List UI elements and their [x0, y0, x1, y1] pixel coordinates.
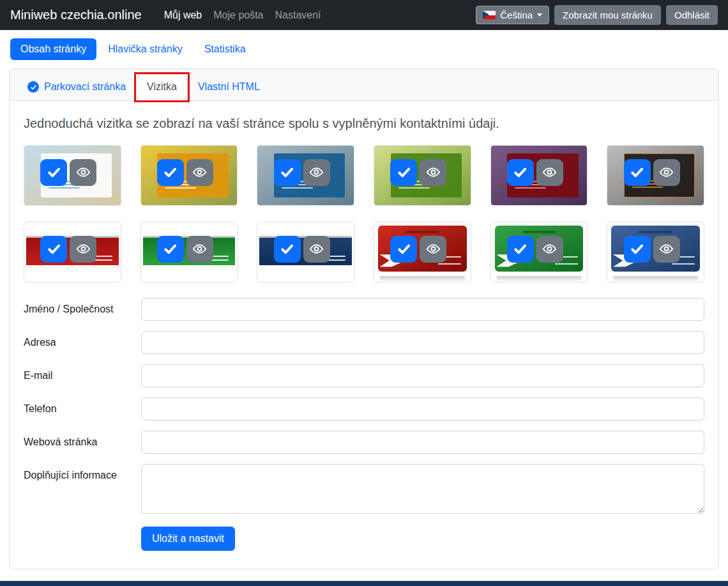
brand[interactable]: Miniweb czechia.online: [10, 8, 142, 22]
check-icon: [163, 242, 177, 256]
additional-info-label: Doplňující informace: [24, 464, 141, 481]
language-dropdown[interactable]: Čeština: [476, 6, 549, 24]
check-icon: [47, 242, 61, 256]
nav-item-muj-web[interactable]: Můj web: [158, 4, 208, 26]
eye-icon: [426, 242, 441, 256]
intro-text: Jednoduchá vizitka se zobrazí na vaší st…: [24, 116, 704, 131]
check-icon: [397, 166, 411, 179]
preview-template-button[interactable]: [186, 159, 213, 186]
save-button[interactable]: Uložit a nastavit: [141, 527, 235, 551]
template-thumb-green-arrow-card: [490, 222, 588, 282]
template-actions: [157, 159, 213, 186]
template-actions: [507, 236, 563, 263]
preview-template-button[interactable]: [70, 236, 96, 263]
additional-info-field[interactable]: [141, 464, 704, 514]
subtab-parkovaci-stranka[interactable]: Parkovací stránka: [17, 75, 136, 100]
select-template-button[interactable]: [274, 236, 301, 263]
tab-hlavicka-stranky[interactable]: Hlavička stránky: [98, 38, 192, 60]
card-reflection: [613, 276, 698, 282]
email-field[interactable]: [141, 364, 704, 387]
view-site-button[interactable]: Zobrazit mou stránku: [554, 5, 661, 25]
card-reflection: [497, 276, 582, 282]
select-template-button[interactable]: [507, 236, 534, 263]
nav-item-moje-posta[interactable]: Moje pošta: [208, 4, 269, 26]
select-template-button[interactable]: [157, 236, 184, 263]
eye-icon: [192, 165, 207, 180]
subtab-vizitka[interactable]: Vizitka: [136, 74, 188, 101]
language-label: Čeština: [500, 10, 533, 20]
template-thumb-green-stripe: [140, 222, 238, 282]
check-icon: [630, 242, 644, 256]
check-icon: [630, 166, 644, 179]
select-template-button[interactable]: [624, 159, 651, 186]
preview-template-button[interactable]: [420, 236, 446, 263]
caret-down-icon: [537, 13, 542, 17]
preview-template-button[interactable]: [186, 236, 213, 263]
form-row: Webová stránka: [24, 431, 704, 454]
check-icon: [397, 242, 411, 256]
vizitka-form: Jméno / Společnost Adresa E-mail Telefon…: [24, 298, 704, 551]
logout-button[interactable]: Odhlásit: [666, 5, 718, 25]
select-template-button[interactable]: [507, 159, 534, 186]
preview-template-button[interactable]: [70, 159, 96, 186]
select-template-button[interactable]: [624, 236, 651, 263]
phone-label: Telefon: [24, 403, 141, 415]
template-thumb-red-arrow-card: [374, 222, 471, 282]
select-template-button[interactable]: [157, 159, 184, 186]
form-row: Doplňující informace: [24, 464, 704, 514]
website-label: Webová stránka: [24, 436, 141, 448]
eye-icon: [542, 165, 557, 180]
template-grid: [24, 145, 704, 282]
template-actions: [274, 236, 330, 263]
check-icon: [513, 166, 527, 179]
address-field[interactable]: [141, 331, 704, 354]
tab-obsah-stranky[interactable]: Obsah stránky: [10, 38, 96, 60]
template-actions: [274, 159, 330, 186]
template-thumb-night-city-red-card: [490, 145, 588, 206]
preview-template-button[interactable]: [536, 236, 563, 263]
subtab-label: Vizitka: [147, 81, 177, 93]
template-thumb-tulips-orange-card: [140, 145, 238, 206]
select-template-button[interactable]: [40, 236, 67, 263]
select-template-button[interactable]: [390, 159, 417, 186]
preview-template-button[interactable]: [420, 159, 446, 186]
footer-bar: [0, 581, 728, 586]
form-row: E-mail: [24, 364, 704, 387]
select-template-button[interactable]: [274, 159, 301, 186]
template-actions: [157, 236, 213, 263]
preview-template-button[interactable]: [536, 159, 563, 186]
nav-item-nastaveni[interactable]: Nastavení: [269, 4, 327, 26]
website-field[interactable]: [141, 431, 704, 454]
check-icon: [280, 242, 294, 256]
phone-field[interactable]: [141, 397, 704, 420]
template-thumb-red-stripe: [24, 222, 121, 282]
name-company-label: Jméno / Společnost: [24, 304, 141, 315]
form-row: Adresa: [24, 331, 704, 354]
eye-icon: [309, 242, 324, 256]
check-icon: [513, 242, 527, 256]
template-actions: [40, 236, 96, 263]
form-row: Jméno / Společnost: [24, 298, 704, 321]
eye-icon: [659, 242, 674, 256]
czech-flag-icon: [483, 11, 496, 19]
form-row: Telefon: [24, 397, 704, 420]
content-card: Parkovací stránka Vizitka Vlastní HTML J…: [9, 68, 719, 569]
preview-template-button[interactable]: [303, 236, 330, 263]
select-template-button[interactable]: [40, 159, 67, 186]
select-template-button[interactable]: [390, 236, 417, 263]
tab-statistika[interactable]: Statistika: [194, 38, 256, 60]
preview-template-button[interactable]: [303, 159, 330, 186]
preview-template-button[interactable]: [653, 159, 680, 186]
navbar-menu: Můj web Moje pošta Nastavení: [158, 4, 327, 26]
subtab-vlastni-html[interactable]: Vlastní HTML: [188, 75, 270, 100]
name-company-field[interactable]: [141, 298, 704, 321]
navbar-right-group: Čeština Zobrazit mou stránku Odhlásit: [476, 5, 718, 25]
subtab-label: Vlastní HTML: [198, 81, 260, 93]
eye-icon: [192, 242, 207, 256]
eye-icon: [76, 165, 91, 180]
email-label: E-mail: [24, 370, 141, 382]
top-navbar: Miniweb czechia.online Můj web Moje pošt…: [0, 0, 728, 30]
preview-template-button[interactable]: [653, 236, 680, 263]
eye-icon: [542, 242, 557, 256]
template-thumb-desk-black-card: [607, 145, 704, 206]
